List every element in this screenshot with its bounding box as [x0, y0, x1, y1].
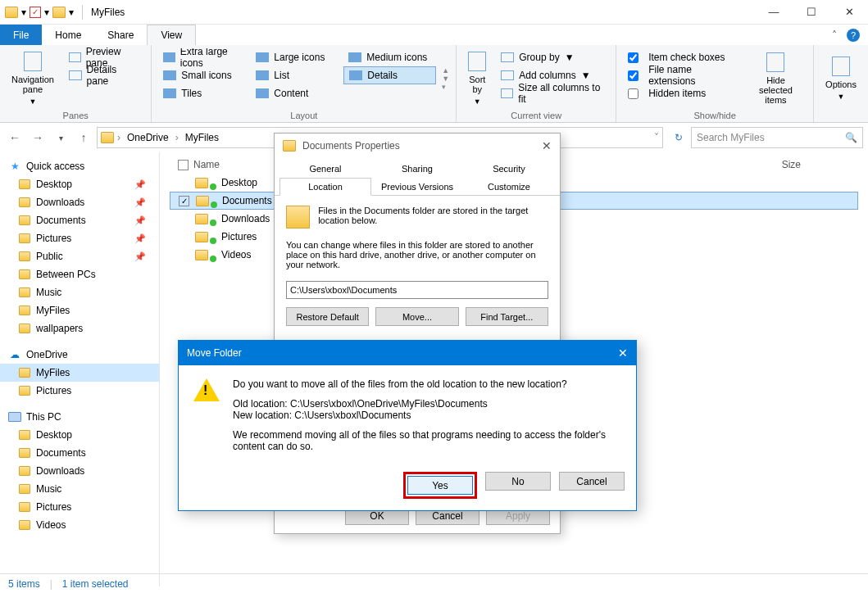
nav-item-pictures[interactable]: Pictures: [0, 498, 159, 516]
layout-medium[interactable]: Medium icons: [343, 48, 436, 66]
nav-item-documents[interactable]: Documents: [0, 444, 159, 462]
nav-item-desktop[interactable]: Desktop: [0, 426, 159, 444]
props-tab-previous-versions[interactable]: Previous Versions: [371, 178, 463, 196]
layout-extra-large[interactable]: Extra large icons: [158, 48, 251, 66]
nav-item-public[interactable]: Public📌: [0, 247, 159, 265]
file-name: Videos: [221, 249, 251, 260]
find-target-button[interactable]: Find Target...: [466, 307, 548, 326]
old-location-text: Old location: C:\Users\xboxl\OneDrive\My…: [233, 398, 488, 410]
search-input[interactable]: Search MyFiles🔍: [691, 127, 863, 148]
maximize-button[interactable]: ☐: [793, 0, 830, 25]
move-button[interactable]: Move...: [375, 307, 458, 326]
move-dialog-close-button[interactable]: ✕: [618, 346, 628, 360]
ribbon-group-panes: Panes: [7, 109, 144, 120]
nav-up-button[interactable]: ↑: [74, 128, 93, 147]
row-checkbox[interactable]: ✓: [179, 196, 189, 206]
hide-selected-button[interactable]: Hide selected items: [745, 48, 807, 109]
nav-item-music[interactable]: Music: [0, 480, 159, 498]
sync-status-icon: [210, 183, 216, 190]
layout-small[interactable]: Small icons: [158, 66, 251, 84]
tab-home[interactable]: Home: [42, 25, 94, 45]
location-path-input[interactable]: [286, 281, 548, 299]
nav-recent-button[interactable]: ▾: [51, 128, 70, 147]
breadcrumb-onedrive[interactable]: OneDrive: [124, 132, 172, 143]
tab-share[interactable]: Share: [94, 25, 147, 45]
folder-icon: [195, 214, 208, 224]
nav-item-downloads[interactable]: Downloads: [0, 462, 159, 480]
col-size[interactable]: Size: [782, 159, 801, 170]
file-extensions-toggle[interactable]: File name extensions: [623, 66, 740, 84]
hidden-items-toggle[interactable]: Hidden items: [623, 84, 740, 102]
refresh-button[interactable]: ↻: [670, 129, 688, 147]
no-button[interactable]: No: [485, 472, 551, 491]
nav-item-desktop[interactable]: Desktop📌: [0, 175, 159, 193]
folder-icon: [18, 250, 31, 263]
file-menu[interactable]: File: [0, 25, 42, 45]
window-title: MyFiles: [86, 7, 125, 18]
folder-icon: [18, 304, 31, 317]
address-dropdown-icon[interactable]: ˅: [654, 132, 659, 143]
nav-back-button[interactable]: ←: [5, 128, 25, 147]
folder-icon: [18, 178, 31, 191]
props-tab-sharing[interactable]: Sharing: [371, 160, 463, 178]
layout-expand-icon[interactable]: ▾: [442, 83, 449, 91]
breadcrumb-myfiles[interactable]: MyFiles: [182, 132, 222, 143]
nav-item-downloads[interactable]: Downloads📌: [0, 193, 159, 211]
layout-tiles[interactable]: Tiles: [158, 84, 251, 102]
pin-icon: 📌: [134, 233, 146, 244]
size-columns-button[interactable]: Size all columns to fit: [496, 84, 609, 102]
close-button[interactable]: ✕: [830, 0, 868, 25]
minimize-button[interactable]: —: [755, 0, 793, 25]
options-button[interactable]: Options▼: [820, 48, 861, 109]
pin-icon: 📌: [134, 179, 146, 190]
nav-item-documents[interactable]: Documents📌: [0, 211, 159, 229]
qat-newfolder-icon[interactable]: [52, 7, 66, 18]
nav-forward-button[interactable]: →: [28, 128, 48, 147]
file-name: Documents: [222, 195, 272, 206]
nav-item-pictures[interactable]: Pictures: [0, 382, 159, 400]
yes-button[interactable]: Yes: [407, 476, 473, 495]
chevron-right-icon[interactable]: ›: [175, 132, 179, 143]
file-name: Desktop: [221, 177, 257, 188]
nav-quick-access[interactable]: ★Quick access: [0, 157, 159, 175]
nav-item-myfiles[interactable]: MyFiles: [0, 301, 159, 319]
layout-details[interactable]: Details: [343, 66, 436, 84]
chevron-right-icon[interactable]: ›: [117, 132, 120, 143]
layout-content[interactable]: Content: [251, 84, 343, 102]
nav-item-videos[interactable]: Videos: [0, 516, 159, 534]
navigation-pane-button[interactable]: Navigation pane▼: [7, 48, 59, 109]
pin-icon: 📌: [134, 215, 146, 226]
move-folder-dialog: Move Folder✕ Do you want to move all of …: [178, 340, 637, 511]
nav-item-between-pcs[interactable]: Between PCs: [0, 265, 159, 283]
file-name: Pictures: [221, 231, 257, 242]
nav-item-music[interactable]: Music: [0, 283, 159, 301]
help-icon[interactable]: ?: [847, 29, 860, 42]
nav-this-pc[interactable]: This PC: [0, 408, 159, 426]
nav-item-myfiles[interactable]: MyFiles: [0, 364, 159, 382]
details-pane-button[interactable]: Details pane: [64, 66, 144, 84]
ribbon-collapse-icon[interactable]: ˄: [832, 29, 837, 41]
nav-item-pictures[interactable]: Pictures📌: [0, 229, 159, 247]
group-by-button[interactable]: Group by ▼: [496, 48, 609, 66]
restore-default-button[interactable]: Restore Default: [286, 307, 369, 326]
select-all-checkbox[interactable]: [178, 160, 189, 170]
layout-large[interactable]: Large icons: [251, 48, 343, 66]
cloud-icon: ☁: [8, 348, 21, 361]
props-tab-customize[interactable]: Customize: [463, 178, 555, 196]
qat-chevron-icon[interactable]: ▾: [69, 7, 74, 18]
nav-onedrive[interactable]: ☁OneDrive: [0, 346, 159, 364]
nav-item-wallpapers[interactable]: wallpapers: [0, 319, 159, 337]
props-body-text: You can change where files in this folde…: [286, 240, 548, 269]
qat-properties-icon[interactable]: ✓: [30, 7, 41, 18]
tab-view[interactable]: View: [147, 25, 196, 45]
col-name[interactable]: Name: [193, 159, 220, 170]
props-tab-location[interactable]: Location: [279, 178, 371, 196]
props-tab-general[interactable]: General: [279, 160, 371, 178]
layout-list[interactable]: List: [251, 66, 343, 84]
move-cancel-button[interactable]: Cancel: [559, 472, 625, 491]
dialog-close-button[interactable]: ✕: [542, 139, 552, 152]
props-tab-security[interactable]: Security: [463, 160, 555, 178]
layout-scroll-down-icon[interactable]: ▼: [442, 75, 449, 83]
sort-by-button[interactable]: Sort by▼: [463, 48, 491, 109]
layout-scroll-up-icon[interactable]: ▲: [442, 66, 449, 75]
